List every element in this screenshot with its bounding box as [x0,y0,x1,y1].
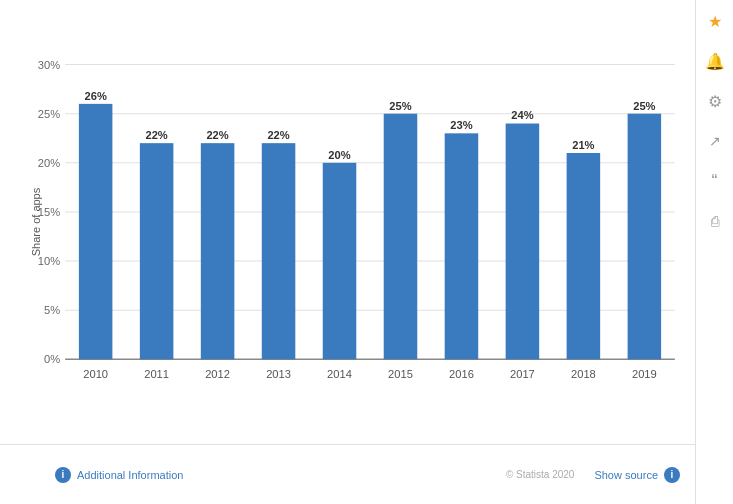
svg-rect-38 [567,153,601,359]
show-source-button[interactable]: Show source i [594,467,680,483]
svg-text:15%: 15% [38,206,60,218]
svg-rect-32 [445,133,479,359]
svg-text:2014: 2014 [327,368,352,380]
svg-text:22%: 22% [267,129,289,141]
svg-rect-14 [79,104,113,359]
svg-text:25%: 25% [389,100,411,112]
source-info-icon: i [664,467,680,483]
additional-info-button[interactable]: i Additional Information [55,467,183,483]
svg-text:0%: 0% [44,353,60,365]
svg-text:2015: 2015 [388,368,413,380]
svg-rect-29 [384,114,418,360]
svg-text:10%: 10% [38,255,60,267]
svg-rect-26 [323,163,357,359]
svg-text:5%: 5% [44,304,60,316]
print-icon[interactable]: ⎙ [704,210,726,232]
svg-text:24%: 24% [511,109,533,121]
svg-text:23%: 23% [450,119,472,131]
chart-container: ★ 🔔 ⚙ ↗ “ ⎙ Share of apps 0%5%10%15%20%2… [0,0,733,504]
additional-info-label: Additional Information [77,469,183,481]
svg-text:2019: 2019 [632,368,657,380]
svg-rect-20 [201,143,235,359]
statista-badge: © Statista 2020 [506,469,575,480]
svg-rect-41 [628,114,662,360]
svg-text:2017: 2017 [510,368,535,380]
chart-inner: 0%5%10%15%20%25%30%26%201022%201122%2012… [55,20,685,414]
share-icon[interactable]: ↗ [704,130,726,152]
chart-footer: i Additional Information © Statista 2020… [0,444,695,504]
svg-rect-35 [506,124,540,360]
svg-text:30%: 30% [38,59,60,71]
svg-text:2018: 2018 [571,368,596,380]
svg-text:20%: 20% [328,149,350,161]
star-icon[interactable]: ★ [704,10,726,32]
show-source-label: Show source [594,469,658,481]
info-icon: i [55,467,71,483]
y-axis-label: Share of apps [30,188,42,257]
svg-text:25%: 25% [38,108,60,120]
svg-text:22%: 22% [206,129,228,141]
svg-text:2010: 2010 [83,368,108,380]
gear-icon[interactable]: ⚙ [704,90,726,112]
quote-icon[interactable]: “ [704,170,726,192]
svg-text:2013: 2013 [266,368,291,380]
svg-text:20%: 20% [38,157,60,169]
svg-text:26%: 26% [84,90,106,102]
bell-icon[interactable]: 🔔 [704,50,726,72]
svg-text:22%: 22% [145,129,167,141]
svg-text:2016: 2016 [449,368,474,380]
svg-text:25%: 25% [633,100,655,112]
sidebar-icons: ★ 🔔 ⚙ ↗ “ ⎙ [695,0,733,504]
svg-text:21%: 21% [572,139,594,151]
svg-text:2011: 2011 [144,368,169,380]
svg-rect-23 [262,143,296,359]
svg-text:2012: 2012 [205,368,230,380]
svg-rect-17 [140,143,174,359]
chart-area: Share of apps 0%5%10%15%20%25%30%26%2010… [0,0,695,444]
